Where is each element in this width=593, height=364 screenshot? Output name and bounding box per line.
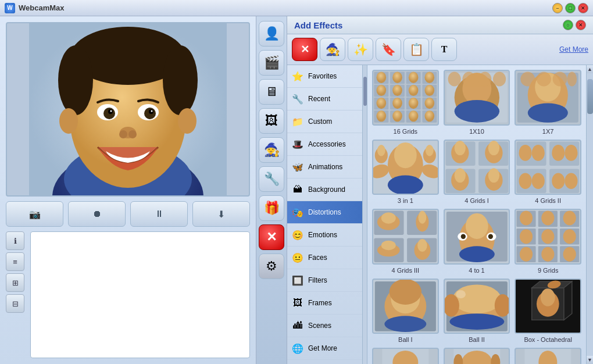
effect-box[interactable]: Box - Octahedral: [515, 279, 581, 344]
download-button[interactable]: ⬇: [192, 201, 250, 227]
record-button[interactable]: ⏺: [68, 201, 126, 227]
svg-point-58: [454, 100, 499, 123]
effect-3in1-label: 3 in 1: [398, 197, 413, 204]
effect-4gridsi[interactable]: 4 Grids I: [444, 140, 510, 205]
scroll-thumb[interactable]: [587, 79, 593, 114]
effect-ballii[interactable]: Ball II: [444, 279, 510, 344]
category-install[interactable]: 🎭 Install: [287, 360, 362, 364]
grid-button[interactable]: ⊞: [6, 273, 24, 292]
wizard-effect-button[interactable]: 🧙: [320, 38, 345, 61]
info-button[interactable]: ℹ: [6, 231, 24, 250]
app-icon: W: [5, 3, 15, 13]
background-icon: 🏔: [291, 183, 305, 197]
bookmark-effect-button[interactable]: 🔖: [376, 38, 401, 61]
effects-close[interactable]: ✕: [576, 20, 586, 30]
svg-point-94: [488, 168, 499, 183]
effect-balli[interactable]: Ball I: [372, 279, 439, 344]
category-distortions[interactable]: 🎭 Distortions: [287, 201, 362, 224]
category-faces[interactable]: 😐 Faces: [287, 247, 362, 269]
effect-1x7-label: 1X7: [542, 128, 554, 135]
stop-toolbar-button[interactable]: ✕: [259, 224, 284, 250]
category-scrollbar[interactable]: [363, 65, 367, 364]
title-bar-controls: − □ ✕: [552, 3, 588, 13]
effect-1x7[interactable]: 1X7: [515, 70, 581, 135]
tools-toolbar-button[interactable]: 🔧: [259, 166, 284, 192]
category-frames[interactable]: 🖼 Frames: [287, 292, 362, 315]
minimize-button[interactable]: −: [552, 3, 563, 13]
svg-point-103: [519, 173, 532, 189]
category-distortions-label: Distortions: [308, 208, 341, 216]
effect-4to1[interactable]: 4 to 1: [444, 209, 510, 274]
category-recent[interactable]: 🔧 Recent: [287, 88, 362, 110]
category-animations[interactable]: 🦋 Animations: [287, 156, 362, 179]
user-toolbar-button[interactable]: 👤: [259, 21, 284, 47]
pause-button[interactable]: ⏸: [130, 201, 188, 227]
svg-point-35: [409, 85, 419, 96]
scroll-up-button[interactable]: ▲: [587, 65, 593, 73]
category-background-label: Background: [308, 185, 345, 194]
svg-point-88: [488, 141, 499, 155]
category-recent-label: Recent: [308, 95, 330, 103]
effect-16grids[interactable]: 16 Grids: [372, 70, 439, 135]
svg-point-107: [565, 173, 578, 189]
svg-point-148: [563, 247, 576, 262]
gift-toolbar-button[interactable]: 🎁: [259, 195, 284, 221]
category-faces-label: Faces: [308, 254, 327, 262]
effect-9grids[interactable]: 9 Grids: [515, 209, 581, 274]
camera-button[interactable]: 📷: [6, 201, 63, 227]
clipboard-effect-button[interactable]: 📋: [403, 38, 429, 61]
scroll-track[interactable]: [587, 73, 593, 356]
svg-point-128: [488, 234, 492, 239]
svg-point-49: [392, 110, 402, 122]
effect-1x10[interactable]: 1X10: [444, 70, 510, 135]
sparkle-effect-button[interactable]: ✨: [348, 38, 373, 61]
svg-point-18: [128, 130, 137, 138]
category-scenes-label: Scenes: [308, 322, 331, 330]
title-bar-left: W WebcamMax: [5, 3, 65, 13]
effect-ballii-label: Ball II: [469, 336, 485, 343]
magic-toolbar-button[interactable]: 🧙: [259, 137, 284, 163]
effect-extra3[interactable]: [515, 348, 581, 364]
maximize-button[interactable]: □: [565, 3, 576, 13]
svg-point-51: [409, 110, 419, 122]
delete-effect-button[interactable]: ✕: [292, 38, 317, 61]
svg-point-47: [377, 110, 387, 122]
effects-scrollbar[interactable]: ▲ ▼: [586, 65, 593, 364]
svg-point-23: [377, 72, 387, 83]
category-getmore[interactable]: 🌐 Get More: [287, 337, 362, 360]
category-custom[interactable]: 📁 Custom: [287, 110, 362, 133]
effect-4gridsii[interactable]: 4 Grids II: [515, 140, 581, 205]
screen-toolbar-button[interactable]: 🖥: [259, 79, 284, 105]
category-scenes[interactable]: 🏙 Scenes: [287, 315, 362, 337]
svg-point-20: [178, 108, 197, 134]
svg-point-61: [478, 72, 491, 87]
category-frames-label: Frames: [308, 299, 332, 307]
list-button[interactable]: ≡: [6, 252, 24, 271]
effect-4gridsiii[interactable]: 4 Grids III: [372, 209, 439, 274]
category-accessories[interactable]: 🎩 Accessories: [287, 133, 362, 156]
svg-point-33: [392, 85, 402, 96]
get-more-link[interactable]: Get More: [559, 45, 588, 53]
svg-point-59: [448, 72, 460, 87]
photo-toolbar-button[interactable]: 🖼: [259, 108, 284, 134]
scroll-down-button[interactable]: ▼: [587, 356, 593, 364]
category-emotions-label: Emotions: [308, 231, 337, 239]
effect-extra2[interactable]: [444, 348, 510, 364]
svg-point-160: [456, 290, 466, 298]
effects-maximize[interactable]: ○: [563, 20, 573, 30]
close-button[interactable]: ✕: [578, 3, 588, 13]
category-filters[interactable]: 🔲 Filters: [287, 269, 362, 292]
category-emotions[interactable]: 😊 Emotions: [287, 224, 362, 247]
category-background[interactable]: 🏔 Background: [287, 179, 362, 201]
category-favorites[interactable]: ⭐ Favorites: [287, 65, 362, 88]
video-toolbar-button[interactable]: 🎬: [259, 50, 284, 76]
effect-balli-label: Ball I: [398, 336, 412, 343]
svg-point-39: [377, 98, 387, 109]
category-filters-label: Filters: [308, 276, 327, 284]
effect-3in1[interactable]: 3 in 1: [372, 140, 439, 205]
split-button[interactable]: ⊟: [6, 294, 24, 313]
effect-9grids-label: 9 Grids: [538, 267, 558, 274]
text-effect-button[interactable]: T: [431, 38, 457, 61]
settings-toolbar-button[interactable]: ⚙: [259, 254, 284, 279]
effect-extra1[interactable]: [372, 348, 439, 364]
